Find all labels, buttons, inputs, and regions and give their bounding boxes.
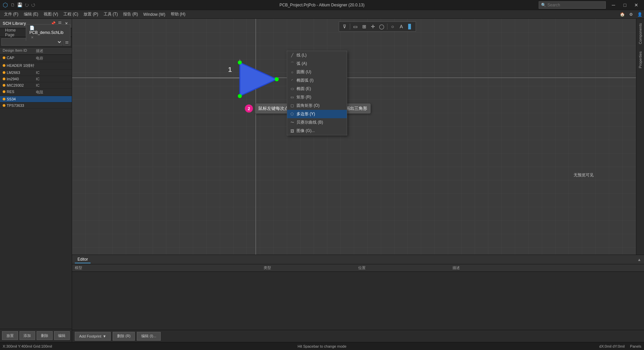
sidebar-tab-properties[interactable]: Properties [637, 48, 644, 71]
ctx-polygon[interactable]: ⬠ 多边形 (Y) [287, 110, 347, 118]
panels-button[interactable]: Panels [630, 344, 641, 348]
menubar-right-icons: 🏠 ⚙ 👤 [619, 11, 643, 17]
toolbar-select-btn[interactable]: ⊞ [360, 23, 368, 31]
lib-item-header10[interactable]: HEADER 10排针 [0, 62, 72, 70]
ctx-circle[interactable]: ○ 圆圈 (U) [287, 68, 347, 76]
status-coords: X:300mil Y:400mil Grid:100mil [3, 344, 52, 348]
center-right-area: ⊽ ▭ ⊞ ✛ ◯ ○ A ▊ [72, 19, 644, 342]
tab-close-schlib[interactable]: ✕ [31, 36, 34, 39]
line-icon: ╱ [290, 53, 294, 58]
ellipse-arc-icon: ◜ [290, 78, 294, 83]
editor-panel-header: Editor ▲ [72, 255, 644, 264]
polygon-icon: ⬠ [290, 112, 294, 117]
circle-icon: ○ [290, 70, 294, 75]
ellipse-icon: ⬭ [290, 87, 294, 91]
toolbar-rect-btn[interactable]: ▭ [352, 23, 360, 31]
edit-button[interactable]: 编辑 [54, 331, 70, 340]
delete-model-button[interactable]: 删除 (R) [113, 332, 135, 341]
editor-tab[interactable]: Editor [75, 256, 91, 263]
panel-title: SCH Library [3, 21, 26, 26]
editor-table-header: 模型 类型 位置 描述 [72, 264, 644, 272]
menu-project[interactable]: 工程 (C) [61, 10, 81, 18]
add-footprint-button[interactable]: Add Footprint ▼ [75, 332, 111, 341]
lib-item-lm2940[interactable]: lm2940 IC [0, 76, 72, 82]
titlebar-left-icons: ⬡ 🗋 💾 ⭮ ⭯ [3, 1, 35, 9]
toolbar-text-btn[interactable]: A [397, 23, 406, 31]
rounded-rect-icon: ▢ [290, 103, 294, 108]
right-sidebar: Components Properties [636, 19, 644, 255]
toolbar-shapes-btn[interactable]: ▊ [406, 23, 414, 31]
bezier-icon: 〜 [290, 120, 294, 125]
lib-item-res[interactable]: RES 电阻 [0, 89, 72, 96]
menu-place[interactable]: 放置 (P) [81, 10, 101, 18]
place-button[interactable]: 放置 [2, 331, 18, 340]
image-icon: 🖼 [290, 129, 294, 133]
menu-file[interactable]: 文件 (F) [1, 10, 21, 18]
step-circle-2: 2 [245, 104, 253, 113]
canvas-number-label: 1 [228, 66, 232, 74]
add-button[interactable]: 添加 [19, 331, 36, 340]
tab-schlib[interactable]: 📄 PCB_demo.SchLib ✕ [26, 24, 70, 41]
win-controls: ─ □ ✕ [608, 2, 641, 8]
toolbar-sep-2 [387, 24, 387, 30]
menu-reports[interactable]: 报告 (R) [120, 10, 141, 18]
menu-tools[interactable]: 工具 (T) [101, 10, 121, 18]
toolbar-filter-btn[interactable]: ⊽ [340, 23, 348, 31]
close-button[interactable]: ✕ [631, 2, 641, 8]
main-layout: SCH Library 📌 ☰ ✕ Home Page 📄 PCB_demo.S… [0, 19, 644, 342]
editor-bottom-bar: Add Footprint ▼ 删除 (R) 编辑 (I)... [72, 330, 644, 342]
library-list[interactable]: Design Item ID 描述 CAP 电容 HEADER 10排针 LM2… [0, 47, 72, 329]
left-panel: SCH Library 📌 ☰ ✕ Home Page 📄 PCB_demo.S… [0, 19, 72, 342]
ctx-ellipse[interactable]: ⬭ 椭圆 (E) [287, 85, 347, 93]
svg-marker-0 [240, 62, 277, 96]
canvas-area[interactable]: ⊽ ▭ ⊞ ✛ ◯ ○ A ▊ [72, 19, 636, 255]
home-icon[interactable]: 🏠 [619, 11, 625, 17]
menubar: 文件 (F) 编辑 (E) 视图 (V) 工程 (C) 放置 (P) 工具 (T… [0, 10, 644, 19]
ctx-bezier[interactable]: 〜 贝赛尔曲线 (B) [287, 118, 347, 127]
delete-button[interactable]: 删除 [37, 331, 53, 340]
menu-window[interactable]: Window (W) [141, 11, 168, 18]
sidebar-tab-components[interactable]: Components [637, 20, 644, 47]
ctx-ellipse-arc[interactable]: ◜ 椭圆弧 (I) [287, 76, 347, 85]
menu-view[interactable]: 视图 (V) [41, 10, 61, 18]
editor-panel-collapse[interactable]: ▲ [637, 257, 641, 262]
ctx-image[interactable]: 🖼 图像 (G)... [287, 127, 347, 135]
lib-item-tps73633[interactable]: TPS73633 [0, 102, 72, 109]
lib-item-ss34[interactable]: SS34 [0, 96, 72, 102]
search-box[interactable]: 🔍 [539, 1, 606, 9]
canvas-and-sidebar: ⊽ ▭ ⊞ ✛ ◯ ○ A ▊ [72, 19, 644, 255]
toolbar-sep-1 [350, 24, 350, 30]
minimize-button[interactable]: ─ [608, 2, 619, 8]
status-hint: Hit Spacebar to change mode [298, 344, 346, 348]
svg-point-3 [238, 94, 242, 98]
lib-list-header: Design Item ID 描述 [0, 47, 72, 55]
toolbar-move-btn[interactable]: ✛ [369, 23, 377, 31]
context-menu: ╱ 线 (L) ⌒ 弧 (A) ○ 圆圈 (U) ◜ [287, 51, 347, 135]
ctx-arc[interactable]: ⌒ 弧 (A) [287, 59, 347, 68]
play-triangle [236, 59, 280, 99]
search-input[interactable] [547, 3, 601, 7]
toolbar-circle-btn[interactable]: ○ [389, 23, 397, 31]
account-icon[interactable]: 👤 [637, 11, 643, 17]
ctx-rect[interactable]: ▭ 矩形 (R) [287, 93, 347, 101]
ctx-rounded-rect[interactable]: ▢ 圆角矩形 (O) [287, 101, 347, 110]
no-preview-label: 无预览可见 [574, 172, 594, 178]
tab-homepage[interactable]: Home Page [1, 27, 26, 39]
lib-item-lm2663[interactable]: LM2663 IC [0, 70, 72, 76]
bottom-buttons: 放置 添加 删除 编辑 [0, 329, 72, 342]
crosshair-vertical [256, 19, 256, 255]
titlebar: ⬡ 🗋 💾 ⭮ ⭯ PCB_Project.PrjPcb - Altium De… [0, 0, 644, 10]
lib-item-cap[interactable]: CAP 电容 [0, 55, 72, 62]
toolbar-erase-btn[interactable]: ◯ [378, 23, 386, 31]
window-title: PCB_Project.PrjPcb - Altium Designer (20… [279, 3, 364, 7]
gear-icon[interactable]: ⚙ [628, 11, 634, 17]
maximize-button[interactable]: □ [620, 2, 630, 8]
grid-canvas: 1 [72, 19, 636, 255]
edit-model-button[interactable]: 编辑 (I)... [137, 332, 161, 341]
menu-help[interactable]: 帮助 (H) [168, 10, 188, 18]
menu-edit[interactable]: 编辑 (E) [21, 10, 41, 18]
ctx-line[interactable]: ╱ 线 (L) [287, 51, 347, 59]
add-footprint-dropdown-arrow[interactable]: ▼ [103, 334, 106, 338]
lib-item-mic29302[interactable]: MIC29302 IC [0, 82, 72, 89]
status-delta: dX:0mil dY:0mil [599, 344, 625, 348]
